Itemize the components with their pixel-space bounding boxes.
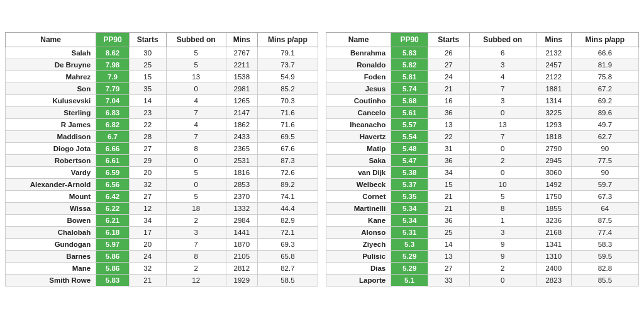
table-row: Ziyech5.3149134158.3	[326, 238, 639, 250]
table1-header-row: Name PP90 Starts Subbed on Mins Mins p/a…	[6, 32, 318, 47]
stat-cell: 75.8	[571, 71, 638, 82]
player-name: Pulisic	[326, 250, 391, 262]
stat-cell: 13	[428, 118, 470, 130]
table2-col-mins: Mins	[536, 32, 571, 47]
stat-cell: 36	[428, 106, 470, 118]
stat-cell: 21	[428, 202, 470, 214]
stat-cell: 64	[571, 202, 638, 214]
table-row: Martinelli5.34218185564	[326, 202, 639, 214]
stat-cell: 2122	[536, 71, 571, 82]
stat-cell: 16	[428, 94, 470, 106]
stat-cell: 74.1	[257, 190, 318, 202]
stat-cell: 1314	[536, 94, 571, 106]
stat-cell: 12	[129, 202, 166, 214]
player-name: Kulusevski	[6, 94, 96, 106]
stat-cell: 0	[166, 178, 226, 190]
stat-cell: 2853	[226, 178, 257, 190]
stat-cell: 0	[469, 166, 536, 178]
stat-cell: 85.2	[257, 82, 318, 94]
stat-cell: 31	[428, 142, 470, 154]
pp90-value: 5.3	[391, 238, 428, 250]
stat-cell: 59.5	[571, 250, 638, 262]
pp90-value: 6.7	[96, 130, 130, 142]
table-row: Foden5.81244212275.8	[326, 71, 639, 82]
stat-cell: 2105	[226, 250, 257, 262]
stat-cell: 3	[166, 226, 226, 238]
table1-col-mins-app: Mins p/app	[257, 32, 318, 47]
table-row: Alonso5.31253216877.4	[326, 226, 639, 238]
stat-cell: 82.8	[571, 262, 638, 274]
stat-cell: 13	[469, 118, 536, 130]
stat-cell: 72.6	[257, 166, 318, 178]
table-row: van Dijk5.38340306090	[326, 166, 639, 178]
stat-cell: 8	[166, 250, 226, 262]
stat-cell: 67.3	[571, 190, 638, 202]
player-name: R James	[6, 118, 96, 130]
pp90-value: 5.29	[391, 250, 428, 262]
stat-cell: 5	[166, 59, 226, 71]
pp90-value: 7.98	[96, 59, 130, 71]
stat-cell: 1492	[536, 178, 571, 190]
stat-cell: 69.3	[257, 238, 318, 250]
stat-cell: 7	[166, 106, 226, 118]
stat-cell: 67.6	[257, 142, 318, 154]
player-name: Vardy	[6, 166, 96, 178]
player-name: Cancelo	[326, 106, 391, 118]
stat-cell: 5	[166, 47, 226, 59]
stat-cell: 2981	[226, 82, 257, 94]
stat-cell: 2132	[536, 47, 571, 59]
stat-cell: 2211	[226, 59, 257, 71]
stat-cell: 14	[129, 94, 166, 106]
stat-cell: 58.3	[571, 238, 638, 250]
stat-cell: 26	[428, 47, 470, 59]
stat-cell: 69.5	[257, 130, 318, 142]
pp90-value: 5.86	[96, 250, 130, 262]
pp90-value: 5.54	[391, 130, 428, 142]
player-name: Coutinho	[326, 94, 391, 106]
table-row: Coutinho5.68163131469.2	[326, 94, 639, 106]
table1-col-mins: Mins	[226, 32, 257, 47]
stat-cell: 25	[428, 226, 470, 238]
pp90-value: 5.1	[391, 274, 428, 286]
stat-cell: 1441	[226, 226, 257, 238]
stat-cell: 4	[166, 118, 226, 130]
stat-cell: 28	[129, 130, 166, 142]
stat-cell: 1862	[226, 118, 257, 130]
pp90-value: 5.48	[391, 142, 428, 154]
stat-cell: 32	[129, 262, 166, 274]
stat-cell: 27	[428, 262, 470, 274]
player-name: Kane	[326, 214, 391, 226]
stat-cell: 2168	[536, 226, 571, 238]
player-name: Welbeck	[326, 178, 391, 190]
table-row: Kane5.34361323687.5	[326, 214, 639, 226]
stat-cell: 0	[166, 154, 226, 166]
stat-cell: 22	[129, 118, 166, 130]
stat-cell: 82.9	[257, 214, 318, 226]
table2-col-subbed: Subbed on	[469, 32, 536, 47]
player-name: van Dijk	[326, 166, 391, 178]
pp90-value: 5.57	[391, 118, 428, 130]
table-row: Alexander-Arnold6.56320285389.2	[6, 178, 318, 190]
player-name: Benrahma	[326, 47, 391, 59]
pp90-value: 5.83	[391, 47, 428, 59]
player-name: Son	[6, 82, 96, 94]
stat-cell: 7	[166, 130, 226, 142]
player-name: Gundogan	[6, 238, 96, 250]
player-name: Havertz	[326, 130, 391, 142]
stat-cell: 1816	[226, 166, 257, 178]
player-name: De Bruyne	[6, 59, 96, 71]
stat-cell: 21	[129, 274, 166, 286]
table1-col-starts: Starts	[129, 32, 166, 47]
stat-cell: 2433	[226, 130, 257, 142]
table-row: Kulusevski7.04144126570.3	[6, 94, 318, 106]
stat-cell: 5	[469, 190, 536, 202]
stat-cell: 1	[469, 214, 536, 226]
stat-cell: 27	[129, 190, 166, 202]
stat-cell: 9	[469, 238, 536, 250]
stat-cell: 4	[166, 94, 226, 106]
stat-cell: 2	[166, 262, 226, 274]
stat-cell: 2	[469, 154, 536, 166]
stat-cell: 35	[129, 82, 166, 94]
pp90-value: 6.21	[96, 214, 130, 226]
stat-cell: 2812	[226, 262, 257, 274]
